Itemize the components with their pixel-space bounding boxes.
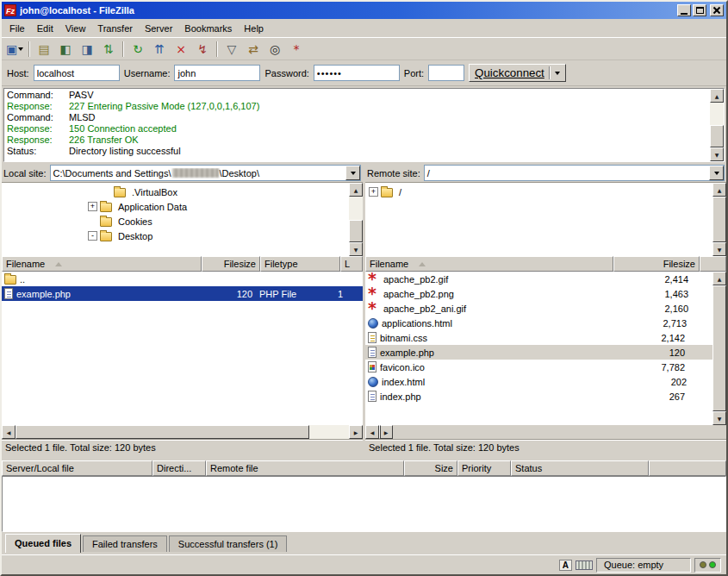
scroll-up-button[interactable]: [349, 183, 363, 197]
queue-column-remote-file[interactable]: Remote file: [206, 460, 404, 476]
remote-site-combo[interactable]: /: [424, 165, 725, 181]
message-log-scrollbar[interactable]: [710, 89, 724, 161]
file-row-example-php[interactable]: example.php120: [365, 345, 712, 360]
tree-item-desktop[interactable]: -Desktop: [2, 229, 349, 243]
tab-queued-files[interactable]: Queued files: [5, 534, 81, 553]
scrollbar-thumb[interactable]: [712, 285, 726, 411]
file-row-parent-dir[interactable]: ..: [2, 272, 363, 286]
scroll-up-button[interactable]: [712, 272, 726, 285]
disconnect-button[interactable]: ↯: [192, 40, 213, 59]
file-row-apache-pb2-gif[interactable]: apache_pb2.gif2,414: [365, 272, 712, 286]
local-tree-scrollbar[interactable]: [349, 183, 363, 256]
local-column-filename[interactable]: Filename: [2, 256, 202, 272]
local-column-lastmodified[interactable]: L: [340, 256, 363, 272]
scroll-up-button[interactable]: [712, 183, 726, 197]
local-site-dropdown-button[interactable]: [345, 166, 360, 180]
port-label: Port:: [404, 68, 424, 78]
queue-column-server-local-file[interactable]: Server/Local file: [2, 460, 152, 476]
scrollbar-thumb[interactable]: [712, 197, 726, 242]
tree-item-cookies[interactable]: Cookies: [2, 214, 349, 229]
file-row-favicon-ico[interactable]: favicon.ico7,782: [365, 360, 712, 374]
remote-site-dropdown-button[interactable]: [709, 166, 724, 180]
tree-item-parent-dir[interactable]: +/: [365, 185, 712, 199]
maximize-button[interactable]: [693, 4, 706, 16]
tree-expander-icon[interactable]: -: [88, 231, 97, 241]
scrollbar-track[interactable]: [16, 425, 349, 439]
settings-button[interactable]: *: [286, 40, 307, 59]
password-input[interactable]: [314, 65, 400, 81]
minimize-button[interactable]: [677, 4, 691, 16]
scroll-left-button[interactable]: [365, 425, 379, 439]
file-row-index-php[interactable]: index.php267: [365, 389, 712, 404]
process-queue-button[interactable]: ⇈: [149, 40, 170, 59]
scrollbar-thumb[interactable]: [349, 220, 363, 242]
file-row-index-html[interactable]: index.html202: [365, 374, 712, 389]
local-site-combo[interactable]: C:\Documents and Settings\\Desktop\: [50, 165, 361, 181]
transfer-queue-body[interactable]: [2, 476, 726, 532]
scrollbar-track[interactable]: [710, 103, 724, 147]
remote-list-scrollbar[interactable]: [712, 272, 726, 425]
port-input[interactable]: [428, 65, 464, 81]
scroll-down-button[interactable]: [712, 242, 726, 256]
scroll-right-button[interactable]: [379, 425, 393, 439]
host-input[interactable]: [34, 65, 120, 81]
local-column-filesize[interactable]: Filesize: [202, 256, 260, 272]
scrollbar-thumb[interactable]: [710, 125, 724, 147]
close-button[interactable]: [710, 4, 724, 16]
menu-item-edit[interactable]: Edit: [31, 21, 59, 36]
menu-item-transfer[interactable]: Transfer: [91, 21, 139, 36]
compare-button[interactable]: ⇄: [243, 40, 264, 59]
tree-expander-icon[interactable]: +: [369, 187, 378, 197]
filter-button[interactable]: ▽: [221, 40, 242, 59]
file-row-bitnami-css[interactable]: bitnami.css2,142: [365, 330, 712, 345]
scrollbar-thumb[interactable]: [379, 425, 381, 439]
username-input[interactable]: [174, 65, 260, 81]
file-row-example-php[interactable]: example.php120PHP File1: [2, 286, 363, 301]
scrollbar-track[interactable]: [712, 197, 726, 242]
toggle-remote-tree-button[interactable]: ◨: [77, 40, 97, 59]
file-row-apache-pb2-png[interactable]: apache_pb2.png1,463: [365, 286, 712, 301]
quickconnect-button[interactable]: Quickconnect: [469, 64, 566, 82]
tree-item-application-data[interactable]: +Application Data: [2, 199, 349, 214]
scroll-left-button[interactable]: [2, 425, 16, 439]
tab-failed-transfers[interactable]: Failed transfers: [83, 535, 167, 552]
scrollbar-thumb[interactable]: [16, 425, 309, 439]
toggle-local-tree-button[interactable]: ◧: [55, 40, 76, 59]
scrollbar-track[interactable]: [349, 197, 363, 242]
local-column-filetype[interactable]: Filetype: [260, 256, 340, 272]
log-line: Response:227 Entering Passive Mode (127,…: [7, 101, 707, 112]
toggle-log-button[interactable]: ▤: [34, 40, 54, 59]
tree-item-virtualbox[interactable]: .VirtualBox: [2, 185, 349, 199]
remote-column-filename[interactable]: Filename: [365, 256, 613, 272]
menu-item-bookmarks[interactable]: Bookmarks: [178, 21, 238, 36]
file-row-apache-pb2-ani-gif[interactable]: apache_pb2_ani.gif2,160: [365, 301, 712, 316]
scroll-down-button[interactable]: [349, 242, 363, 256]
title-bar[interactable]: Fz john@localhost - FileZilla: [2, 2, 726, 19]
scroll-right-button[interactable]: [349, 425, 363, 439]
site-manager-button[interactable]: ▣: [4, 40, 25, 59]
scrollbar-track[interactable]: [712, 285, 726, 411]
quickconnect-dropdown-icon[interactable]: [555, 72, 560, 75]
menu-item-server[interactable]: Server: [139, 21, 178, 36]
tab-successful-transfers-1[interactable]: Successful transfers (1): [169, 535, 288, 552]
cancel-button[interactable]: ×: [171, 40, 191, 59]
scroll-up-button[interactable]: [710, 89, 724, 103]
queue-column-status[interactable]: Status: [511, 460, 649, 476]
queue-column-size[interactable]: Size: [404, 460, 457, 476]
menu-item-help[interactable]: Help: [238, 21, 270, 36]
tree-expander-icon[interactable]: +: [88, 202, 97, 211]
remote-horizontal-scrollbar[interactable]: [365, 425, 393, 439]
local-horizontal-scrollbar[interactable]: [2, 425, 363, 439]
toggle-queue-button[interactable]: ⇅: [98, 40, 119, 59]
menu-item-view[interactable]: View: [59, 21, 92, 36]
remote-column-filesize[interactable]: Filesize: [613, 256, 700, 272]
menu-item-file[interactable]: File: [3, 21, 31, 36]
remote-tree-scrollbar[interactable]: [712, 183, 726, 256]
scroll-down-button[interactable]: [710, 147, 724, 161]
file-row-applications-html[interactable]: applications.html2,713: [365, 316, 712, 330]
refresh-button[interactable]: ↻: [128, 40, 148, 59]
queue-column-priority[interactable]: Priority: [457, 460, 511, 476]
find-button[interactable]: ◎: [264, 40, 285, 59]
queue-column-directi[interactable]: Directi...: [152, 460, 206, 476]
scroll-down-button[interactable]: [712, 411, 726, 425]
